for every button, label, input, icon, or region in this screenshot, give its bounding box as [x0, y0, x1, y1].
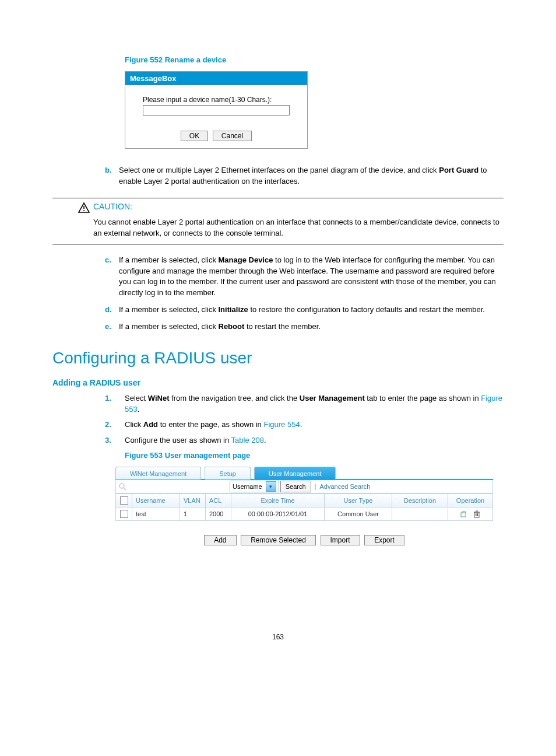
cell-username: test [132, 507, 180, 520]
step-2-text: Click Add to enter the page, as shown in… [125, 419, 504, 430]
divider [52, 244, 504, 244]
caution-icon [78, 202, 90, 213]
messagebox-title: MessageBox [125, 72, 307, 85]
chevron-down-icon: ▾ [266, 481, 276, 492]
search-field-select[interactable]: Username ▾ [230, 481, 279, 492]
caution-label: CAUTION: [93, 202, 132, 211]
cancel-button[interactable]: Cancel [213, 131, 252, 141]
tab-user-management[interactable]: User Management [254, 467, 336, 480]
section-heading: Configuring a RADIUS user [52, 349, 504, 368]
step-3-marker: 3. [105, 435, 125, 446]
divider [52, 198, 504, 198]
cell-expire: 00:00:00-2012/01/01 [231, 507, 325, 520]
select-all-checkbox[interactable] [120, 496, 128, 505]
remove-selected-button[interactable]: Remove Selected [241, 535, 316, 545]
step-e-text: If a member is selected, click Reboot to… [119, 321, 504, 332]
subsection-heading: Adding a RADIUS user [52, 378, 504, 387]
figure-552-caption: Figure 552 Rename a device [125, 55, 504, 64]
messagebox-prompt: Please input a device name(1-30 Chars.): [143, 96, 290, 104]
tab-winet-management[interactable]: WiNet Management [115, 467, 201, 480]
divider: | [315, 483, 316, 490]
import-button[interactable]: Import [321, 535, 360, 545]
step-2-marker: 2. [105, 419, 125, 430]
step-c-marker: c. [105, 255, 119, 299]
table-header: Username VLAN ACL Expire Time User Type … [116, 494, 492, 507]
cell-acl: 2000 [206, 507, 231, 520]
caution-body: You cannot enable Layer 2 portal authent… [93, 216, 504, 239]
step-d-marker: d. [105, 304, 119, 316]
step-b-marker: b. [105, 165, 119, 187]
page-number: 163 [52, 633, 504, 641]
step-e-marker: e. [105, 321, 119, 332]
device-name-input[interactable] [143, 105, 290, 116]
row-checkbox[interactable] [120, 510, 128, 518]
search-icon [118, 482, 126, 491]
search-button[interactable]: Search [280, 481, 311, 492]
svg-rect-4 [461, 513, 466, 517]
add-button[interactable]: Add [204, 535, 236, 545]
figure-553: WiNet Management Setup User Management U… [115, 467, 493, 521]
step-c-text: If a member is selected, click Manage De… [119, 255, 504, 299]
figure-553-caption: Figure 553 User management page [125, 451, 504, 460]
export-button[interactable]: Export [364, 535, 404, 545]
col-description[interactable]: Description [392, 494, 448, 507]
step-1-text: Select WiNet from the navigation tree, a… [125, 393, 504, 415]
ok-button[interactable]: OK [181, 131, 208, 141]
svg-point-1 [83, 210, 85, 211]
edit-icon[interactable] [460, 510, 468, 518]
step-3-text: Configure the user as shown in Table 208… [125, 435, 504, 446]
col-username[interactable]: Username [132, 494, 180, 507]
figure-552-messagebox: MessageBox Please input a device name(1-… [125, 71, 308, 149]
step-1-marker: 1. [105, 393, 125, 415]
svg-point-2 [119, 484, 124, 488]
col-user-type[interactable]: User Type [325, 494, 392, 507]
cell-description [392, 507, 448, 520]
cell-user-type: Common User [325, 507, 392, 520]
col-acl[interactable]: ACL [206, 494, 231, 507]
col-operation: Operation [448, 494, 492, 507]
trash-icon[interactable] [473, 510, 481, 518]
col-expire[interactable]: Expire Time [231, 494, 325, 507]
svg-line-3 [124, 488, 126, 490]
step-d-text: If a member is selected, click Initializ… [119, 304, 504, 316]
step-b-text: Select one or multiple Layer 2 Ethernet … [119, 165, 504, 187]
table-row: test 1 2000 00:00:00-2012/01/01 Common U… [116, 507, 492, 520]
search-input[interactable] [129, 481, 230, 492]
col-vlan[interactable]: VLAN [180, 494, 206, 507]
advanced-search-link[interactable]: Advanced Search [319, 483, 370, 490]
tab-setup[interactable]: Setup [205, 467, 251, 480]
cell-vlan: 1 [180, 507, 206, 520]
user-table: Username VLAN ACL Expire Time User Type … [115, 494, 493, 521]
